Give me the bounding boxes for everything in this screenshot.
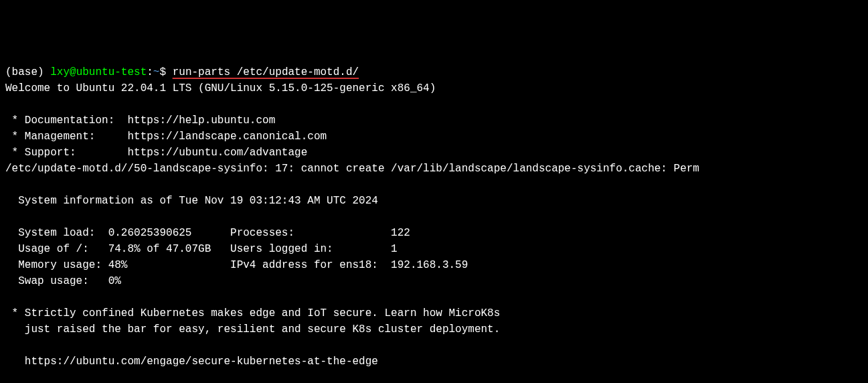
doc-link: * Documentation: https://help.ubuntu.com [5,114,275,127]
support-link: * Support: https://ubuntu.com/advantage [5,147,307,159]
promo-line2: just raised the bar for easy, resilient … [5,323,500,335]
sysinfo-load: System load: 0.26025390625 Processes: 12… [5,227,410,239]
sysinfo-usage: Usage of /: 74.8% of 47.07GB Users logge… [5,243,398,255]
typed-command: run-parts /etc/update-motd.d/ [173,66,359,78]
sysinfo-memory: Memory usage: 48% IPv4 address for ens18… [5,259,468,271]
promo-url: https://ubuntu.com/engage/secure-kuberne… [5,356,378,368]
promo-line1: * Strictly confined Kubernetes makes edg… [5,307,500,319]
error-line: /etc/update-motd.d//50-landscape-sysinfo… [5,163,699,175]
management-link: * Management: https://landscape.canonica… [5,131,327,143]
sysinfo-swap: Swap usage: 0% [5,275,121,287]
welcome-line: Welcome to Ubuntu 22.04.1 LTS (GNU/Linux… [5,82,436,94]
prompt-colon: : [147,66,153,78]
sysinfo-header: System information as of Tue Nov 19 03:1… [5,195,378,207]
prompt-user-host: lxy@ubuntu-test [50,66,147,78]
prompt-dollar: $ [159,66,172,78]
terminal-area[interactable]: (base) lxy@ubuntu-test:~$ run-parts /etc… [0,64,868,383]
prompt-base: (base) [5,66,50,78]
